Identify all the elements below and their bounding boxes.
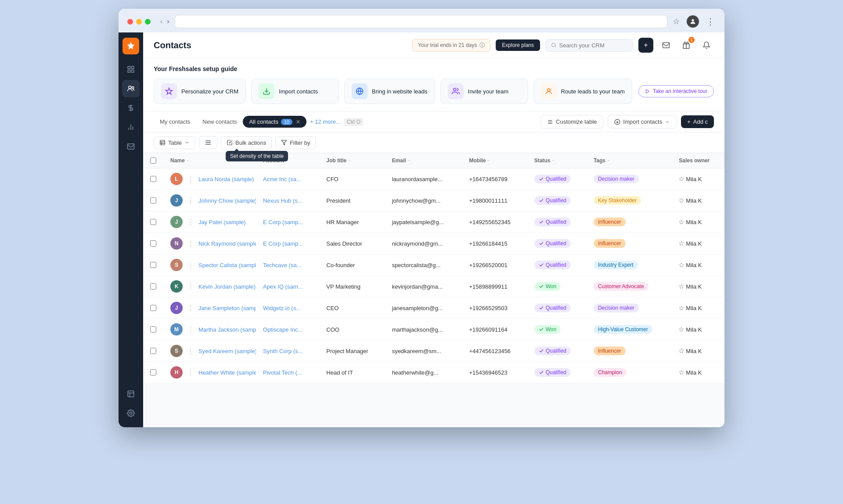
contact-name-link[interactable]: Johnny Chow (sample): [198, 197, 256, 204]
row-checkbox[interactable]: [150, 283, 156, 290]
gift-button[interactable]: 1: [679, 38, 694, 53]
table-view-button[interactable]: Table: [154, 136, 195, 149]
tag-badge[interactable]: Influencer: [594, 347, 626, 355]
tab-new-contacts[interactable]: New contacts: [196, 116, 243, 128]
contact-name-link[interactable]: Martha Jackson (sample): [198, 326, 256, 333]
th-sales-owner[interactable]: Sales owner: [672, 153, 724, 168]
row-checkbox[interactable]: [150, 176, 156, 182]
mail-button[interactable]: [659, 38, 674, 53]
row-actions-icon[interactable]: ⋮: [187, 304, 194, 312]
search-box[interactable]: [545, 39, 633, 52]
density-button[interactable]: [199, 136, 217, 149]
sidebar-item-reports[interactable]: [122, 385, 140, 403]
sidebar-item-analytics[interactable]: [122, 118, 140, 136]
account-link[interactable]: Acme Inc (sa...: [263, 176, 301, 182]
forward-arrow[interactable]: ›: [167, 18, 169, 25]
row-actions-icon[interactable]: ⋮: [187, 282, 194, 291]
row-actions-icon[interactable]: ⋮: [187, 261, 194, 269]
sidebar-item-contacts[interactable]: [122, 80, 140, 97]
account-link[interactable]: Optiscape Inc...: [263, 326, 303, 333]
account-link[interactable]: Apex IQ (sam...: [263, 283, 303, 290]
tag-badge[interactable]: Influencer: [594, 218, 626, 226]
tag-badge[interactable]: High-Value Customer: [594, 325, 652, 334]
row-checkbox[interactable]: [150, 348, 156, 354]
step-invite-team[interactable]: Invite your team: [440, 79, 528, 104]
sidebar-item-dashboard[interactable]: [122, 61, 140, 78]
address-bar[interactable]: [175, 15, 667, 28]
row-actions-icon[interactable]: ⋮: [187, 347, 194, 355]
row-checkbox[interactable]: [150, 305, 156, 311]
row-actions-icon[interactable]: ⋮: [187, 368, 194, 377]
add-button[interactable]: +: [638, 38, 653, 53]
tab-my-contacts[interactable]: My contacts: [154, 116, 196, 128]
contact-name-link[interactable]: Spector Calista (sample): [198, 262, 256, 268]
search-input[interactable]: [559, 42, 627, 49]
tab-all-contacts[interactable]: All contacts 10 ✕: [243, 116, 306, 128]
row-actions-icon[interactable]: ⋮: [187, 325, 194, 334]
browser-menu-icon[interactable]: ⋮: [706, 16, 716, 27]
maximize-button[interactable]: [145, 19, 151, 25]
more-tabs-link[interactable]: + 12 more...: [306, 116, 344, 128]
bell-button[interactable]: [699, 38, 714, 53]
row-checkbox[interactable]: [150, 197, 156, 204]
th-job-title[interactable]: Job title: [319, 153, 385, 168]
tag-badge[interactable]: Key Stakeholder: [594, 196, 641, 205]
tag-badge[interactable]: Decision maker: [594, 175, 639, 183]
sidebar-item-mail[interactable]: [122, 138, 140, 155]
row-checkbox[interactable]: [150, 262, 156, 268]
row-checkbox[interactable]: [150, 326, 156, 332]
contact-name-link[interactable]: Nick Raymond (sample): [198, 240, 256, 247]
row-actions-icon[interactable]: ⋮: [187, 197, 194, 205]
step-import[interactable]: Import contacts: [251, 79, 339, 104]
th-tags[interactable]: Tags: [587, 153, 672, 168]
contact-name-link[interactable]: Syed Kareem (sample): [198, 348, 256, 354]
customize-table-button[interactable]: Customize table: [540, 115, 603, 129]
tag-badge[interactable]: Influencer: [594, 239, 626, 248]
account-link[interactable]: Synth Corp (s...: [263, 348, 303, 354]
add-contact-button[interactable]: + Add c: [681, 115, 714, 128]
app-logo[interactable]: [122, 38, 139, 54]
step-personalize[interactable]: Personalize your CRM: [154, 79, 246, 104]
account-link[interactable]: Widgetz.io (s...: [263, 305, 301, 311]
explore-plans-button[interactable]: Explore plans: [496, 39, 540, 51]
tag-badge[interactable]: Decision maker: [594, 304, 639, 312]
row-actions-icon[interactable]: ⋮: [187, 218, 194, 226]
contact-name-link[interactable]: Heather White (sample): [198, 369, 256, 376]
tag-badge[interactable]: Customer Advocate: [594, 282, 648, 291]
select-all-checkbox[interactable]: [150, 157, 156, 164]
user-avatar[interactable]: [687, 15, 699, 28]
account-link[interactable]: E Corp (samp...: [263, 219, 303, 225]
th-mobile[interactable]: Mobile: [462, 153, 527, 168]
tag-badge[interactable]: Champion: [594, 368, 627, 377]
step-website-leads[interactable]: Bring in website leads: [344, 79, 435, 104]
row-checkbox[interactable]: [150, 369, 156, 375]
account-link[interactable]: Nexus Hub (s...: [263, 197, 303, 204]
import-dropdown-icon[interactable]: [665, 119, 670, 125]
bookmark-icon[interactable]: ☆: [673, 17, 680, 26]
import-contacts-button[interactable]: Import contacts: [608, 115, 677, 129]
contact-name-link[interactable]: Jane Sampleton (sample): [198, 305, 256, 311]
th-email[interactable]: Email: [385, 153, 462, 168]
th-status[interactable]: Status: [527, 153, 587, 168]
account-link[interactable]: Techcave (sa...: [263, 262, 301, 268]
bulk-actions-button[interactable]: Bulk actions: [221, 136, 272, 149]
contact-name-link[interactable]: Laura Norda (sample): [198, 176, 254, 182]
tab-close-icon[interactable]: ✕: [296, 119, 300, 125]
row-actions-icon[interactable]: ⋮: [187, 239, 194, 248]
row-checkbox[interactable]: [150, 240, 156, 247]
account-link[interactable]: Pivotal Tech (...: [263, 369, 302, 376]
sidebar-item-deals[interactable]: [122, 99, 140, 117]
row-checkbox[interactable]: [150, 219, 156, 225]
interactive-tour-button[interactable]: Take an interactive tour: [638, 85, 714, 97]
minimize-button[interactable]: [136, 19, 142, 25]
tag-badge[interactable]: Industry Expert: [594, 261, 638, 269]
row-actions-icon[interactable]: ⋮: [187, 175, 194, 183]
contact-name-link[interactable]: Jay Patel (sample): [198, 219, 246, 225]
sidebar-item-settings[interactable]: [122, 404, 140, 422]
step-route-leads[interactable]: Route leads to your team: [533, 79, 632, 104]
account-link[interactable]: E Corp (samp...: [263, 240, 303, 247]
filter-button[interactable]: Filter by: [275, 136, 316, 149]
back-arrow[interactable]: ‹: [160, 18, 162, 25]
close-button[interactable]: [127, 19, 133, 25]
contact-name-link[interactable]: Kevin Jordan (sample): [198, 283, 256, 290]
